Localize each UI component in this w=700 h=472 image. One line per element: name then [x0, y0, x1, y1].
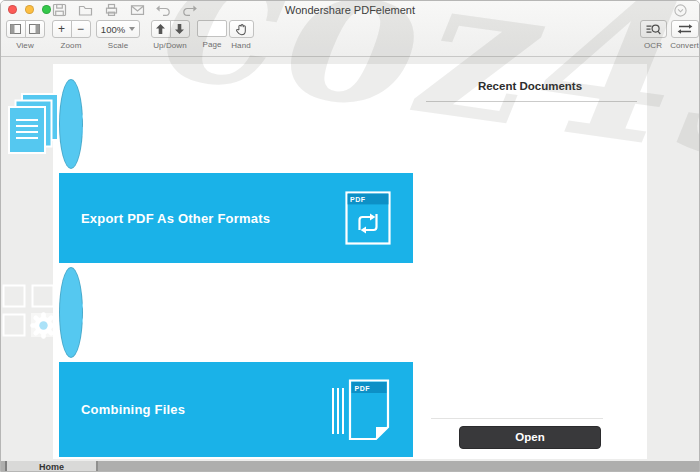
pdf-combine-icon: PDF	[331, 379, 391, 441]
banner-export-pdf-label: Export PDF As Other Formats	[81, 211, 270, 226]
recent-documents-title: Recent Documents	[413, 80, 647, 92]
tab-bar: Home	[1, 461, 699, 472]
documents-stack-icon	[8, 93, 60, 155]
dropdown-arrow-icon	[129, 27, 135, 31]
command-grid-gear-icon	[2, 284, 60, 342]
app-window: coz45	[0, 0, 700, 472]
action-banners: Editing Content In PDF Files	[59, 79, 413, 457]
scale-dropdown[interactable]: 100%	[96, 20, 140, 38]
recent-documents-bottom-divider	[431, 418, 603, 419]
banner-create-command-label: Create Command	[82, 298, 147, 328]
recent-documents-panel: Recent Documents Open	[413, 64, 647, 459]
pdf-badge-text: PDF	[355, 384, 371, 391]
page-group: Page	[192, 20, 232, 49]
banner-export-pdf[interactable]: Export PDF As Other Formats PDF	[59, 173, 413, 263]
page-label: Page	[192, 40, 232, 49]
panel-left-icon	[10, 24, 21, 34]
hand-icon	[235, 23, 248, 36]
banner-combine-files-label: Combining Files	[81, 402, 185, 417]
zoom-out-button[interactable]: −	[71, 20, 91, 38]
banner-edit-pdf-label: Editing Content In PDF Files	[82, 94, 133, 154]
toolbar-collapse-button[interactable]	[674, 3, 687, 16]
plus-icon: +	[58, 22, 65, 36]
tab-home[interactable]: Home	[7, 461, 96, 472]
convert-label: Convert	[669, 41, 700, 50]
view-split-pane-button[interactable]	[25, 20, 45, 38]
banner-edit-pdf[interactable]: Editing Content In PDF Files	[59, 79, 83, 169]
title-toolbar: Wondershare PDFelement View + − Zoom	[1, 1, 699, 57]
open-button[interactable]: Open	[459, 426, 601, 449]
page-down-button[interactable]	[170, 20, 190, 38]
ocr-button[interactable]	[640, 20, 667, 38]
panel-right-icon	[29, 24, 40, 34]
convert-icon	[677, 23, 693, 35]
gear-icon	[30, 312, 56, 338]
pdf-badge-text: PDF	[350, 196, 366, 203]
scale-group: 100% Scale	[96, 20, 140, 50]
ocr-label: OCR	[638, 41, 668, 50]
zoom-group: + − Zoom	[51, 20, 91, 50]
chevron-down-circle-icon	[674, 4, 687, 17]
content-area: Editing Content In PDF Files	[1, 57, 699, 461]
convert-group: Convert	[669, 20, 700, 50]
updown-label: Up/Down	[150, 41, 190, 50]
zoom-in-button[interactable]: +	[52, 20, 72, 38]
ocr-group: OCR	[638, 20, 668, 50]
convert-button[interactable]	[671, 20, 699, 38]
arrow-down-icon	[175, 24, 184, 34]
updown-group: Up/Down	[150, 20, 190, 50]
hand-group: Hand	[227, 20, 255, 50]
page-input[interactable]	[197, 20, 227, 37]
tab-divider	[96, 461, 98, 472]
hand-tool-button[interactable]	[229, 20, 254, 38]
recent-documents-divider	[426, 101, 637, 102]
view-label: View	[5, 41, 45, 50]
banner-combine-files[interactable]: Combining Files PDF	[59, 362, 413, 457]
banner-create-command[interactable]: Create Command	[59, 267, 83, 358]
hand-label: Hand	[227, 41, 255, 50]
pdf-export-icon: PDF	[345, 191, 391, 245]
view-group: View	[5, 20, 45, 50]
scale-value: 100%	[101, 24, 125, 35]
ocr-icon	[645, 23, 661, 36]
arrow-up-icon	[156, 24, 165, 34]
home-panel: Editing Content In PDF Files	[53, 64, 647, 459]
view-single-pane-button[interactable]	[6, 20, 26, 38]
window-title: Wondershare PDFelement	[1, 4, 699, 16]
scale-label: Scale	[96, 41, 140, 50]
page-up-button[interactable]	[151, 20, 171, 38]
minus-icon: −	[77, 22, 84, 36]
zoom-label: Zoom	[51, 41, 91, 50]
